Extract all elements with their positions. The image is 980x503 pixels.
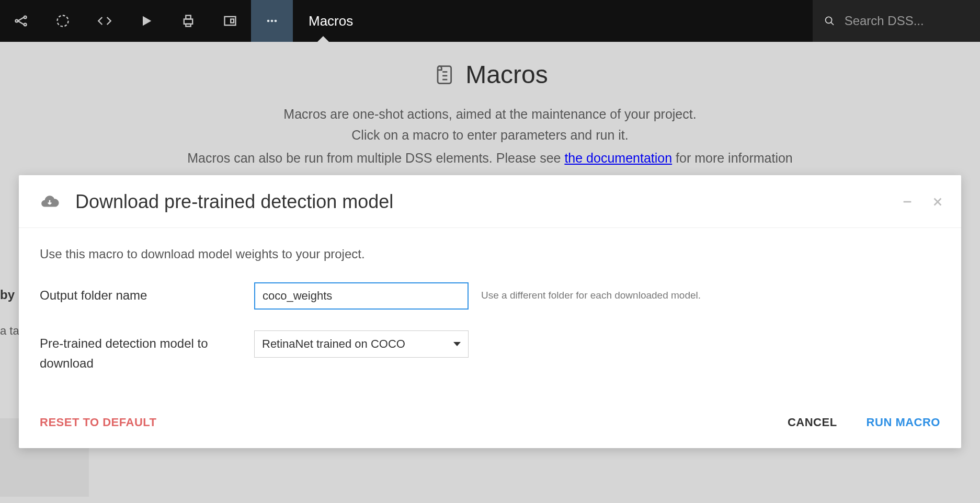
footer-right: CANCEL RUN MACRO bbox=[788, 416, 940, 429]
svg-point-1 bbox=[24, 16, 27, 19]
svg-rect-8 bbox=[231, 19, 234, 23]
play-icon[interactable] bbox=[126, 0, 167, 42]
close-button[interactable] bbox=[932, 196, 943, 210]
svg-point-11 bbox=[275, 20, 277, 22]
run-macro-button[interactable]: RUN MACRO bbox=[867, 416, 940, 429]
code-icon[interactable] bbox=[84, 0, 126, 42]
topbar-title: Macros bbox=[309, 13, 353, 29]
page-description: Macros are one-shot actions, aimed at th… bbox=[0, 104, 980, 145]
search-wrap[interactable] bbox=[813, 0, 980, 42]
model-select[interactable]: RetinaNet trained on COCO bbox=[254, 330, 469, 358]
minimize-button[interactable] bbox=[902, 196, 913, 210]
flow-icon[interactable] bbox=[0, 0, 42, 42]
modal-controls bbox=[902, 196, 943, 210]
model-label: Pre-trained detection model to download bbox=[40, 330, 254, 374]
svg-point-3 bbox=[58, 16, 69, 27]
model-row: Pre-trained detection model to download … bbox=[40, 330, 940, 374]
modal-footer: RESET TO DEFAULT CANCEL RUN MACRO bbox=[19, 405, 961, 448]
output-folder-label: Output folder name bbox=[40, 282, 254, 305]
scroll-icon bbox=[432, 63, 455, 86]
svg-point-12 bbox=[826, 17, 832, 23]
more-icon[interactable] bbox=[251, 0, 293, 42]
page-desc-line2: Click on a macro to enter parameters and… bbox=[0, 124, 980, 145]
cloud-download-icon bbox=[40, 192, 60, 212]
documentation-link[interactable]: the documentation bbox=[564, 151, 672, 165]
output-folder-row: Output folder name Use a different folde… bbox=[40, 282, 940, 310]
svg-point-9 bbox=[267, 20, 270, 22]
page-cut-line: Macros can also be run from multiple DSS… bbox=[0, 151, 980, 166]
chevron-down-icon bbox=[453, 342, 461, 346]
page-title-row: Macros bbox=[0, 60, 980, 89]
bg-fragment-by: by bbox=[0, 288, 15, 302]
svg-rect-6 bbox=[186, 24, 190, 27]
search-icon bbox=[824, 15, 835, 27]
model-selected-value: RetinaNet trained on COCO bbox=[262, 337, 405, 351]
svg-rect-4 bbox=[184, 19, 192, 24]
bg-fragment-ata: a ta bbox=[0, 324, 19, 338]
output-folder-hint: Use a different folder for each download… bbox=[481, 282, 701, 301]
modal-body: Use this macro to download model weights… bbox=[19, 228, 961, 405]
topbar-title-wrap: Macros bbox=[293, 0, 353, 42]
output-folder-input[interactable] bbox=[254, 282, 469, 310]
macro-modal: Download pre-trained detection model Use… bbox=[19, 175, 961, 448]
svg-point-0 bbox=[16, 20, 18, 22]
topbar: Macros bbox=[0, 0, 980, 42]
search-input[interactable] bbox=[845, 14, 968, 28]
print-icon[interactable] bbox=[167, 0, 209, 42]
screen-icon[interactable] bbox=[209, 0, 251, 42]
svg-point-2 bbox=[24, 24, 27, 26]
modal-header: Download pre-trained detection model bbox=[19, 175, 961, 228]
page-cut-right: for more information bbox=[672, 151, 793, 165]
page-title: Macros bbox=[465, 60, 548, 89]
page-cut-left: Macros can also be run from multiple DSS… bbox=[187, 151, 564, 165]
page-desc-line1: Macros are one-shot actions, aimed at th… bbox=[0, 104, 980, 124]
svg-rect-5 bbox=[186, 16, 190, 19]
toolbar-icons bbox=[0, 0, 293, 42]
cancel-button[interactable]: CANCEL bbox=[788, 416, 837, 429]
reset-button[interactable]: RESET TO DEFAULT bbox=[40, 416, 157, 429]
svg-point-10 bbox=[271, 20, 274, 22]
modal-title: Download pre-trained detection model bbox=[75, 191, 393, 213]
modal-intro: Use this macro to download model weights… bbox=[40, 247, 940, 261]
circle-icon[interactable] bbox=[42, 0, 84, 42]
